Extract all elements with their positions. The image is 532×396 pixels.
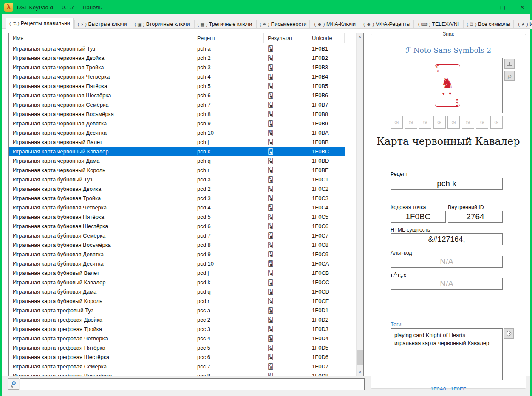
table-row[interactable]: Игральная карта червонный Тузpch a🂱1F0B1 <box>9 44 345 53</box>
cell-recipe: pch 2 <box>193 55 264 61</box>
app-lambda-icon: λ <box>4 3 13 12</box>
column-header-name[interactable]: Имя <box>9 33 193 43</box>
table-row[interactable]: Игральная карта бубновая Пятёркаpcd 5🃅1F… <box>9 212 345 221</box>
table-row[interactable]: Игральная карта бубновый Тузpcd a🃁1F0C1 <box>9 175 345 184</box>
tab-telex-vni[interactable]: ( ⌨ ) TELEX/VNI <box>415 20 463 29</box>
table-row[interactable]: Игральная карта бубновая Тройкаpcd 3🃃1F0… <box>9 193 345 203</box>
table-row[interactable]: Игральная карта червонный Корольpch r🂾1F… <box>9 165 345 175</box>
table-row[interactable]: Игральная карта трефовая Семёркаpcc 7🃗1F… <box>9 362 345 371</box>
table-row[interactable]: Игральная карта бубновый Валетpcd j🃋1F0C… <box>9 268 345 277</box>
alt-code-field[interactable]: N/A <box>391 256 503 268</box>
internal-id-field[interactable]: 2764 <box>448 211 503 223</box>
font-variant-button[interactable]: अ <box>476 116 488 129</box>
table-row[interactable]: Игральная карта бубновая Семёркаpcd 7🃇1F… <box>9 231 345 240</box>
cell-name: Игральная карта трефовая Тройка <box>9 326 193 332</box>
html-entity-field[interactable]: &#127164; <box>391 233 503 245</box>
tags-field[interactable]: playing card Knight of Hearts игральная … <box>391 328 503 380</box>
codepoint-field[interactable]: 1F0BC <box>391 211 446 223</box>
latex-field[interactable]: N/A <box>391 278 503 290</box>
table-row[interactable]: Игральная карта трефовый Тузpcc a🃑1F0D1 <box>9 305 345 315</box>
table-row[interactable]: Игральная карта червонная Семёркаpch 7🂷1… <box>9 100 345 109</box>
table-row[interactable]: Игральная карта бубновый Корольpcd r🃎1F0… <box>9 296 345 305</box>
tab-all-symbols[interactable]: ( ♖ ) Все символы <box>463 20 514 29</box>
table-row[interactable]: Игральная карта трефовая Тройкаpcc 3🃓1F0… <box>9 324 345 334</box>
font-variant-button[interactable]: अ <box>433 116 446 129</box>
font-variant-button[interactable]: अ <box>490 116 503 129</box>
column-header-result[interactable]: Результат <box>264 33 308 43</box>
table-row[interactable]: Игральная карта бубновая Дамаpcd q🃍1F0CD <box>9 287 345 296</box>
cell-unicode: 1F0D2 <box>308 317 345 323</box>
cell-result-glyph: 🂽 <box>264 158 308 164</box>
column-header-recipe[interactable]: Рецепт <box>193 33 264 43</box>
close-button[interactable]: ✕ <box>512 0 532 14</box>
tab-page-melt-recipes: Имя Рецепт Результат Unicode Игральная к… <box>2 28 530 376</box>
table-row[interactable]: Игральная карта червонная Шестёркаpch 6🂶… <box>9 91 345 100</box>
table-row[interactable]: Игральная карта червонная Десяткаpch 10🂺… <box>9 128 345 137</box>
search-input[interactable] <box>20 378 365 390</box>
font-variant-button[interactable]: अ <box>447 116 460 129</box>
tab-favorites[interactable]: ( ★ ) Избранное <box>515 20 532 29</box>
table-row[interactable]: Игральная карта бубновая Четвёркаpcd 4🃄1… <box>9 203 345 212</box>
tab-tertiary-keys[interactable]: ( ▦ ) Третичные ключи <box>194 20 256 29</box>
tab-scripts[interactable]: ( ✒ ) Письменности <box>256 20 310 29</box>
open-book-button[interactable] <box>504 59 515 69</box>
character-groupbox: Знак ℱ Noto Sans Symbols 2 C♥ ♞ ♥ ♥ C♥ ℘… <box>371 34 526 389</box>
fraktur-preview-button[interactable]: ℘ <box>504 71 515 81</box>
table-row[interactable]: Игральная карта трефовая Двойкаpcc 2🃒1F0… <box>9 315 345 324</box>
table-row[interactable]: Игральная карта червонная Восьмёркаpch 8… <box>9 109 345 119</box>
recipe-field[interactable]: pch k <box>391 178 503 190</box>
minimize-button[interactable]: — <box>473 0 493 14</box>
cell-name: Игральная карта червонная Семёрка <box>9 102 193 108</box>
table-row[interactable]: Игральная карта червонный Валетpch j🂻1F0… <box>9 137 345 147</box>
tab-scripts-icon: ( ✒ ) <box>260 22 269 27</box>
table-row[interactable]: Игральная карта червонная Четвёркаpch 4🂴… <box>9 72 345 81</box>
table-row[interactable]: Игральная карта трефовая Четвёркаpcc 4🃔1… <box>9 334 345 343</box>
scrollbar-thumb[interactable] <box>357 350 363 365</box>
table-scrollbar[interactable]: ∧ ∨ <box>356 33 363 376</box>
card-hearts-row: ♥ ♥ <box>435 91 460 96</box>
table-row[interactable]: Игральная карта трефовая Шестёркаpcc 6🃖1… <box>9 352 345 362</box>
cell-unicode: 1F0B4 <box>308 74 345 80</box>
column-header-unicode[interactable]: Unicode <box>308 33 345 43</box>
cell-recipe: pcd 9 <box>193 251 264 257</box>
scroll-up-icon[interactable]: ∧ <box>357 33 363 40</box>
table-row[interactable]: Игральная карта бубновая Десяткаpcd 10🃊1… <box>9 259 345 268</box>
tab-melt-recipes[interactable]: ( ⚗ ) Рецепты плавильни <box>6 18 74 29</box>
table-row[interactable]: Игральная карта червонная Пятёркаpch 5🂵1… <box>9 81 345 91</box>
tab-ipa-keys[interactable]: ( ☻ ) МФА-Ключи <box>311 20 359 29</box>
font-variant-button[interactable]: अ <box>391 116 403 129</box>
tab-ipa-recipes[interactable]: ( ☻ ) МФА-Рецепты <box>360 20 414 29</box>
tag-edit-button[interactable] <box>504 328 514 339</box>
tab-fast-keys[interactable]: ( ⚡ ) Быстрые ключи <box>74 20 130 29</box>
font-name-label[interactable]: ℱ Noto Sans Symbols 2 <box>371 46 526 54</box>
cell-result-glyph: 🃈 <box>264 242 308 248</box>
cell-unicode: 1F0BD <box>308 158 345 164</box>
cell-name: Игральная карта червонная Четвёрка <box>9 74 193 80</box>
playing-card-preview: C♥ ♞ ♥ ♥ C♥ <box>435 64 460 107</box>
table-row[interactable]: Игральная карта червонная Тройкаpch 3🂳1F… <box>9 62 345 72</box>
table-row[interactable]: Игральная карта червонная Двойкаpch 2🂲1F… <box>9 53 345 62</box>
tab-secondary-keys[interactable]: ( ▣ ) Вторичные ключи <box>131 20 193 29</box>
table-row[interactable]: Игральная карта трефовая Восьмёркаpcc 8🃘… <box>9 371 345 376</box>
cell-name: Игральная карта червонная Девятка <box>9 120 193 127</box>
cell-result-glyph: 🃂 <box>264 186 308 192</box>
table-row[interactable]: Игральная карта червонный Кавалерpch k🂼1… <box>9 147 345 156</box>
font-variant-button[interactable]: अ <box>462 116 474 129</box>
font-variant-button[interactable]: अ <box>419 116 431 129</box>
scroll-down-icon[interactable]: ∨ <box>357 368 363 376</box>
cell-result-glyph: 🂶 <box>264 92 308 99</box>
maximize-button[interactable]: ▢ <box>493 0 512 14</box>
table-row[interactable]: Игральная карта бубновая Шестёркаpcd 6🃆1… <box>9 221 345 231</box>
table-row[interactable]: Игральная карта бубновая Двойкаpcd 2🃂1F0… <box>9 184 345 193</box>
search-button[interactable] <box>8 378 19 390</box>
table-row[interactable]: Игральная карта бубновый Кавалерpcd k🃌1F… <box>9 277 345 287</box>
table-row[interactable]: Игральная карта трефовая Пятёркаpcc 5🃕1F… <box>9 343 345 352</box>
status-strip <box>2 390 530 396</box>
table-row[interactable]: Игральная карта червонная Девяткаpch 9🂹1… <box>9 119 345 128</box>
cell-name: Игральная карта бубновая Двойка <box>9 186 193 192</box>
cell-result-glyph: 🃆 <box>264 223 308 229</box>
font-variant-button[interactable]: अ <box>405 116 417 129</box>
table-row[interactable]: Игральная карта бубновая Восьмёркаpcd 8🃈… <box>9 240 345 249</box>
table-row[interactable]: Игральная карта червонная Дамаpch q🂽1F0B… <box>9 156 345 165</box>
table-row[interactable]: Игральная карта бубновая Девяткаpcd 9🃉1F… <box>9 249 345 259</box>
